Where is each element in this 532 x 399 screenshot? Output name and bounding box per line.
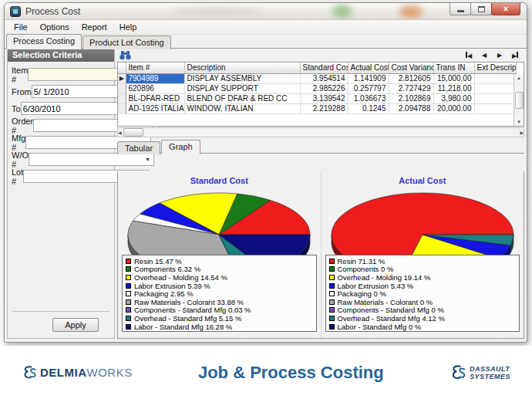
grid-cell[interactable] [474, 93, 516, 103]
legend-item: Packaging 0 % [329, 289, 517, 298]
table-row[interactable]: 620896DISPLAY SUPPORT2.9852260.2577972.7… [118, 83, 516, 93]
row-selector[interactable] [118, 83, 126, 93]
record-nav: ◀◀▶▶ [461, 50, 523, 61]
grid-body: ▶7904989DISPLAY ASSEMBLY3.9545141.141909… [118, 73, 516, 113]
standard-cost-legend: Resin 15.47 %Components 6.32 %Overhead -… [122, 255, 317, 332]
horizontal-scrollbar[interactable]: ◀ ▶ [117, 127, 524, 137]
window-controls: ✕ [450, 3, 520, 15]
column-header[interactable]: Ext Description [474, 63, 516, 73]
find-button[interactable] [119, 50, 132, 60]
tab-tabular[interactable]: Tabular [117, 141, 160, 154]
grid-cell[interactable]: 2.727429 [389, 83, 433, 93]
field-label: Mfg # [12, 134, 25, 152]
legend-color-chip [329, 316, 335, 321]
legend-color-chip [126, 291, 131, 296]
first-record-button[interactable]: ◀ [461, 50, 476, 61]
minimize-button[interactable] [450, 3, 471, 15]
menu-report[interactable]: Report [76, 21, 113, 33]
tab-product-lot-costing[interactable]: Product Lot Costing [82, 36, 171, 49]
row-selector[interactable] [118, 93, 126, 103]
grid-cell[interactable]: 11,218.00 [433, 83, 474, 93]
legend-item: Resin 15.47 % [126, 257, 313, 265]
footer-title: Job & Process Costing [198, 363, 384, 383]
grid-cell[interactable]: 620896 [126, 83, 184, 93]
field-label: W/O # [12, 150, 29, 169]
menu-file[interactable]: File [8, 21, 34, 33]
grid-cell[interactable] [474, 103, 516, 113]
next-icon: ▶ [497, 52, 502, 59]
column-header[interactable]: Item # [126, 63, 184, 73]
grid-cell[interactable] [474, 73, 516, 83]
legend-color-chip [329, 299, 335, 305]
grid-cell[interactable]: 3,980.00 [433, 93, 474, 103]
grid-cell[interactable]: 2.219288 [300, 103, 348, 113]
row-selector[interactable] [118, 103, 126, 113]
grid-cell[interactable]: 7904989 [126, 73, 184, 83]
column-header[interactable]: Description [184, 63, 300, 73]
legend-label: Overhead - Standard Mfg 4.12 % [338, 314, 445, 323]
grid-cell[interactable]: DISPLAY SUPPORT [184, 83, 300, 93]
grid-cell[interactable]: BL-DFAR-RED [126, 93, 184, 103]
field-label: Item # [12, 66, 28, 84]
menu-bar: FileOptionsReportHelp [5, 20, 527, 35]
first-icon: ◀ [466, 52, 472, 59]
grid-cell[interactable]: 20,000.00 [433, 103, 474, 113]
maximize-button[interactable] [470, 3, 492, 15]
legend-label: Overhead - Standard Mfg 5.15 % [134, 314, 241, 323]
chart-title: Standard Cost [118, 176, 321, 188]
field-row: From▼ [12, 85, 110, 98]
main-tabstrip: Process CostingProduct Lot Costing [5, 35, 527, 49]
maximize-icon [478, 6, 485, 12]
grid-cell[interactable]: 1.036673 [348, 93, 389, 103]
next-record-button[interactable]: ▶ [492, 50, 507, 61]
tab-graph[interactable]: Graph [161, 140, 200, 154]
grid-cell[interactable]: WINDOW, ITALIAN [184, 103, 300, 113]
legend-color-chip [329, 266, 335, 272]
grid-cell[interactable]: 2.985226 [300, 83, 348, 93]
grid-cell[interactable]: 2.094788 [389, 103, 433, 113]
table-row[interactable]: BL-DFAR-REDBLEND OF DFAR & RED CC3.13954… [118, 93, 516, 103]
menu-help[interactable]: Help [113, 21, 143, 33]
apply-button[interactable]: Apply [52, 318, 99, 332]
table-row[interactable]: AD-1925 ITALIANWINDOW, ITALIAN2.2192880.… [118, 103, 516, 113]
legend-item: Resin 71.31 % [329, 257, 517, 265]
grid-cell[interactable]: 0.1245 [348, 103, 389, 113]
legend-label: Components 0 % [338, 265, 394, 273]
grid-cell[interactable] [474, 83, 516, 93]
grid-cell[interactable]: DISPLAY ASSEMBLY [184, 73, 300, 83]
grid-cell[interactable]: 3.954514 [300, 73, 348, 83]
brand-line2: SYSTEMES [470, 373, 510, 380]
grid-cell[interactable]: BLEND OF DFAR & RED CC [184, 93, 300, 103]
window-body: Selection Criteria Item #…From▼To▼Order … [5, 49, 527, 342]
view-tabstrip: TabularGraph [117, 140, 524, 154]
column-header[interactable]: Cost Variance [389, 63, 433, 73]
legend-item: Raw Materials - Colorant 0 % [329, 298, 517, 306]
vertical-scrollbar[interactable]: ▲ ▼ [513, 74, 524, 126]
column-header[interactable]: Actual Cost [348, 63, 389, 73]
last-record-button[interactable]: ▶ [507, 50, 523, 61]
grid-cell[interactable]: 2.102869 [389, 93, 433, 103]
title-bar[interactable]: Process Cost ✕ [5, 3, 527, 20]
grid-cell[interactable]: 3.139542 [300, 93, 348, 103]
tab-process-costing[interactable]: Process Costing [6, 34, 82, 49]
table-row[interactable]: ▶7904989DISPLAY ASSEMBLY3.9545141.141909… [118, 73, 516, 83]
grid-cell[interactable]: 0.257797 [348, 83, 389, 93]
legend-label: Components - Standard Mfg 0.03 % [134, 306, 251, 314]
column-header[interactable]: Standard Cost [300, 63, 348, 73]
legend-label: Resin 15.47 % [134, 257, 182, 265]
legend-color-chip [126, 307, 131, 313]
row-selector[interactable]: ▶ [118, 73, 126, 83]
results-grid[interactable]: Item #DescriptionStandard CostActual Cos… [117, 62, 524, 127]
grid-cell[interactable]: 1.141909 [348, 73, 389, 83]
field-row: Item #… [12, 68, 110, 81]
close-button[interactable]: ✕ [491, 3, 520, 15]
grid-cell[interactable]: 15,000.00 [433, 73, 474, 83]
field-label: Order # [12, 117, 33, 135]
menu-options[interactable]: Options [34, 21, 76, 33]
actual-cost-legend: Resin 71.31 %Components 0 %Overhead - Mo… [325, 255, 520, 332]
grid-cell[interactable]: AD-1925 ITALIAN [126, 103, 184, 113]
previous-record-button[interactable]: ◀ [476, 50, 492, 61]
column-header[interactable]: Trans IN [433, 63, 474, 73]
legend-color-chip [329, 307, 335, 313]
grid-cell[interactable]: 2.812605 [389, 73, 433, 83]
